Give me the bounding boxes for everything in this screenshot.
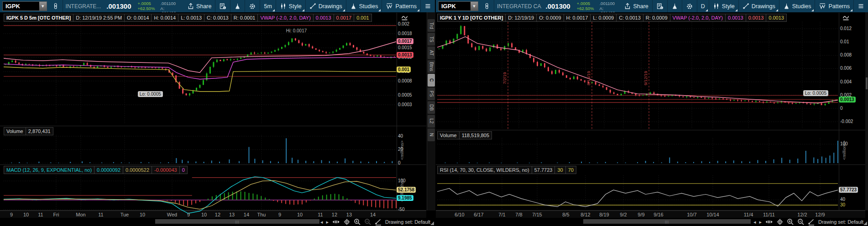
gadget-tab-trd[interactable]: Trd — [428, 19, 435, 32]
chart-title: IGPK 5 D 5m [OTC OTHER] — [4, 14, 73, 22]
tick: 0.0005 — [398, 92, 412, 98]
ttick: 8/12 — [576, 212, 595, 217]
date-field: D: 12/19/19 — [505, 14, 537, 22]
price-chart-canvas[interactable] — [436, 0, 868, 226]
ttick: 9/16 — [649, 212, 668, 217]
vwap-value-mid: 0.0013 — [313, 14, 334, 22]
vwap-study-label[interactable]: VWAP (-2.0, 2.0, DAY) — [670, 14, 726, 22]
vlabel: 9/12/19 — [643, 67, 648, 90]
unit-label: <millions> — [399, 134, 404, 166]
ttick: 8/5 — [557, 212, 575, 217]
volume-value: 2,870,431 — [26, 127, 53, 135]
vwap-value-upper: 0.0017 — [334, 14, 355, 22]
tick: 0.01 — [840, 39, 849, 44]
ttick: Fri — [47, 212, 65, 217]
low-field: L: 0.0009 — [590, 14, 617, 22]
macd-zero-value: 0 — [179, 166, 188, 174]
bubble: 9.1985 — [397, 195, 413, 201]
ttick: 7/15 — [528, 212, 546, 217]
volume-header: Volume 2,870,431 — [4, 127, 53, 135]
macd-study-label[interactable]: MACD (12, 26, 9, EXPONENTIAL, no) — [4, 166, 94, 174]
range-field: R: 0.0009 — [643, 14, 670, 22]
ohlc-header: IGPK 5 D 5m [OTC OTHER] D: 12/19/19 2:55… — [4, 14, 372, 22]
gadget-tab-ps[interactable]: PS — [428, 87, 435, 100]
unit-label: <millions> — [842, 134, 847, 166]
bubble: 57.7723 — [839, 187, 858, 193]
ttick: 12/2 — [793, 212, 811, 217]
gadget-tab-btns[interactable]: Btns — [428, 60, 435, 73]
ttick: 11/4 — [739, 212, 758, 217]
open-field: O: 0.0014 — [124, 14, 152, 22]
high-field: H: 0.0014 — [151, 14, 178, 22]
tick: 0.0003 — [398, 102, 412, 107]
ttick: 10/7 — [683, 212, 701, 217]
ttick: Tue — [115, 212, 134, 217]
rsi-header: RSI (14, 70, 30, CLOSE, WILDERS, no) 57.… — [438, 166, 576, 174]
rsi-oversold-value: 30 — [554, 166, 565, 174]
ttick: 7/8 — [510, 212, 528, 217]
thinkorswim-workspace: IGPK ▼ INTEGRATE... .001300 +.0005+62.50… — [0, 0, 868, 226]
chart-mode-icon[interactable] — [842, 14, 850, 23]
vwap-value-lower: 0.001 — [354, 14, 372, 22]
vwap-study-label[interactable]: VWAP (-2.0, 2.0, DAY) — [257, 14, 313, 22]
chart-mode-icon[interactable] — [401, 14, 408, 23]
vwap-value-lower: 0.0013 — [766, 14, 787, 22]
rsi-value: 57.7723 — [532, 166, 555, 174]
tick: -0.002 — [840, 119, 853, 124]
ttick: 13 — [340, 212, 358, 217]
tick: 0 — [840, 106, 843, 111]
ttick: 14 — [364, 212, 382, 217]
ttick: 11/11 — [760, 212, 778, 217]
date-field: D: 12/19/19 2:55 PM — [73, 14, 125, 22]
volume-label[interactable]: Volume — [437, 131, 460, 139]
ttick: 10 — [291, 212, 309, 217]
ttick: 9/9 — [632, 212, 650, 217]
ttick: 10/14 — [704, 212, 722, 217]
ttick: 7/1 — [493, 212, 511, 217]
tick: 0.004 — [840, 79, 852, 84]
macd-signal-value: 0.0000522 — [123, 166, 152, 174]
range-field: R: 0.0001 — [231, 14, 258, 22]
gadget-tab-ts[interactable]: TS — [428, 33, 435, 46]
tick: 0.0008 — [398, 78, 412, 83]
anno: Hi: 0.0017 — [286, 28, 307, 33]
macd-header: MACD (12, 26, 9, EXPONENTIAL, no) 0.0000… — [4, 166, 188, 174]
ttick: 10 — [133, 212, 152, 217]
price-chart-canvas[interactable] — [0, 0, 435, 226]
high-field: H: 0.0017 — [564, 14, 591, 22]
gadget-tab-db[interactable]: DB — [428, 101, 435, 114]
gadget-tab-at[interactable]: AT — [428, 46, 435, 59]
bubble: 0.001 — [397, 67, 411, 72]
ttick: 8/19 — [595, 212, 613, 217]
macd-diff-value: -0.000043 — [152, 166, 180, 174]
gadget-tab-charts[interactable]: C — [428, 74, 435, 87]
tick: 0.008 — [840, 52, 852, 57]
rsi-study-label[interactable]: RSI (14, 70, 30, CLOSE, WILDERS, no) — [437, 166, 532, 174]
vwap-value-upper: 0.0013 — [746, 14, 767, 22]
vlabel: 8/14/19 — [586, 67, 591, 90]
chart-panel-daily: IGPK ▼ INTEGRATED CA... .001300 +.0005+6… — [436, 0, 868, 226]
tick: 0.0015 — [398, 45, 412, 50]
volume-header: Volume 118,519,805 — [438, 131, 492, 139]
gadget-tab-n[interactable]: N — [428, 128, 435, 141]
ttick: 6/17 — [470, 212, 488, 217]
ttick: 9 — [271, 212, 289, 217]
tick: 30 — [840, 202, 845, 207]
ttick: Thu — [252, 212, 271, 217]
close-field: C: 0.0013 — [204, 14, 231, 22]
ttick: 12/9 — [811, 212, 829, 217]
gadget-tabstrip: Trd TS AT Btns C PS DB L2 N — [427, 12, 435, 211]
volume-label[interactable]: Volume — [4, 127, 26, 135]
ttick: Wed — [163, 212, 181, 217]
tick: -50 — [398, 207, 404, 212]
gadget-tab-l2[interactable]: L2 — [428, 115, 435, 128]
ttick: 11 — [92, 212, 110, 217]
tick: 0.006 — [840, 66, 852, 71]
vwap-value-mid: 0.0013 — [725, 14, 746, 22]
tick: 0.0018 — [398, 31, 412, 36]
macd-value: 0.0000092 — [94, 166, 123, 174]
vlabel: 7/2/19 — [502, 67, 507, 90]
bubble: 0.0013 — [397, 52, 413, 58]
rsi-overbought-value: 70 — [565, 166, 576, 174]
ttick: Mon — [72, 212, 90, 217]
